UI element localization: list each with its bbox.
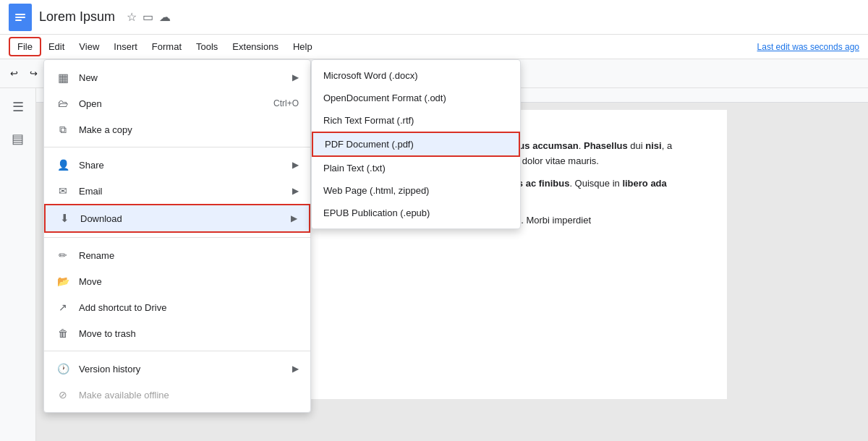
file-menu-new[interactable]: ▦ New ▶ xyxy=(44,64,310,90)
copy-icon: ⧉ xyxy=(56,122,70,137)
move-icon: 📂 xyxy=(56,274,70,288)
svg-rect-2 xyxy=(15,17,25,18)
menu-help[interactable]: Help xyxy=(286,38,320,55)
share-icon: 👤 xyxy=(56,158,70,172)
top-bar: Lorem Ipsum ☆ ▭ ☁ xyxy=(0,0,868,35)
doc-title: Lorem Ipsum xyxy=(39,9,115,25)
offline-label: Make available offline xyxy=(79,390,169,401)
download-html[interactable]: Web Page (.html, zipped) xyxy=(312,179,520,202)
present-icon[interactable]: ▭ xyxy=(142,10,153,24)
email-arrow: ▶ xyxy=(292,186,299,196)
svg-rect-3 xyxy=(15,20,22,21)
offline-icon: ⊘ xyxy=(56,388,70,402)
sidebar-layout-icon[interactable]: ▤ xyxy=(5,126,31,152)
file-menu-version[interactable]: 🕐 Version history ▶ xyxy=(44,356,310,382)
version-arrow: ▶ xyxy=(292,364,299,374)
file-menu-dropdown: ▦ New ▶ 🗁 Open Ctrl+O ⧉ Make a copy 👤 Sh… xyxy=(43,59,311,413)
share-arrow: ▶ xyxy=(292,160,299,170)
menu-bar: File Edit View Insert Format Tools Exten… xyxy=(0,35,868,59)
file-menu-open[interactable]: 🗁 Open Ctrl+O xyxy=(44,90,310,116)
download-docx[interactable]: Microsoft Word (.docx) xyxy=(312,64,520,87)
download-rtf[interactable]: Rich Text Format (.rtf) xyxy=(312,109,520,132)
shortcut-label: Add shortcut to Drive xyxy=(79,302,166,313)
trash-label: Move to trash xyxy=(79,328,136,339)
new-icon: ▦ xyxy=(56,70,70,85)
shortcut-icon: ↗ xyxy=(56,300,70,314)
open-label: Open xyxy=(79,98,102,109)
file-menu-divider-2 xyxy=(44,237,310,238)
download-arrow: ▶ xyxy=(291,213,297,223)
download-label: Download xyxy=(80,213,122,224)
menu-format[interactable]: Format xyxy=(145,38,189,55)
email-label: Email xyxy=(79,186,103,197)
menu-file[interactable]: File xyxy=(9,37,41,56)
redo-button[interactable]: ↪ xyxy=(25,65,42,82)
last-edit-label[interactable]: Last edit was seconds ago xyxy=(757,42,859,52)
new-arrow: ▶ xyxy=(292,72,299,82)
version-label: Version history xyxy=(79,364,140,374)
email-icon: ✉ xyxy=(56,184,70,198)
version-icon: 🕐 xyxy=(56,361,70,376)
cloud-icon[interactable]: ☁ xyxy=(159,10,171,24)
open-shortcut: Ctrl+O xyxy=(273,98,299,108)
menu-view[interactable]: View xyxy=(72,38,106,55)
file-menu-move[interactable]: 📂 Move xyxy=(44,268,310,294)
file-menu-offline: ⊘ Make available offline xyxy=(44,382,310,408)
trash-icon: 🗑 xyxy=(56,326,70,341)
file-menu-rename[interactable]: ✏ Rename xyxy=(44,242,310,268)
star-icon[interactable]: ☆ xyxy=(127,10,137,24)
menu-tools[interactable]: Tools xyxy=(189,38,225,55)
sidebar-outline-icon[interactable]: ☰ xyxy=(5,94,31,120)
file-menu-divider-3 xyxy=(44,351,310,351)
file-menu-share[interactable]: 👤 Share ▶ xyxy=(44,152,310,178)
open-icon: 🗁 xyxy=(56,96,70,111)
sidebar: ☰ ▤ xyxy=(0,88,36,441)
file-menu-copy[interactable]: ⧉ Make a copy xyxy=(44,116,310,142)
move-label: Move xyxy=(79,276,102,287)
download-submenu: Microsoft Word (.docx) OpenDocument Form… xyxy=(311,59,521,229)
download-txt[interactable]: Plain Text (.txt) xyxy=(312,157,520,179)
rename-icon: ✏ xyxy=(56,248,70,262)
menu-edit[interactable]: Edit xyxy=(41,38,72,55)
undo-button[interactable]: ↩ xyxy=(6,65,22,82)
doc-icon xyxy=(9,4,32,31)
new-label: New xyxy=(79,72,98,83)
download-epub[interactable]: EPUB Publication (.epub) xyxy=(312,202,520,224)
title-icons: ☆ ▭ ☁ xyxy=(127,10,171,24)
rename-label: Rename xyxy=(79,250,114,261)
copy-label: Make a copy xyxy=(79,124,132,135)
download-icon: ⬇ xyxy=(57,211,72,226)
share-label: Share xyxy=(79,160,104,171)
file-menu-shortcut[interactable]: ↗ Add shortcut to Drive xyxy=(44,294,310,320)
menu-extensions[interactable]: Extensions xyxy=(225,38,286,55)
svg-rect-1 xyxy=(15,14,25,15)
download-odt[interactable]: OpenDocument Format (.odt) xyxy=(312,87,520,109)
file-menu-divider-1 xyxy=(44,147,310,147)
download-pdf[interactable]: PDF Document (.pdf) xyxy=(312,132,520,157)
file-menu-email[interactable]: ✉ Email ▶ xyxy=(44,178,310,204)
menu-insert[interactable]: Insert xyxy=(106,38,145,55)
file-menu-trash[interactable]: 🗑 Move to trash xyxy=(44,320,310,346)
file-menu-download[interactable]: ⬇ Download ▶ xyxy=(44,204,310,233)
